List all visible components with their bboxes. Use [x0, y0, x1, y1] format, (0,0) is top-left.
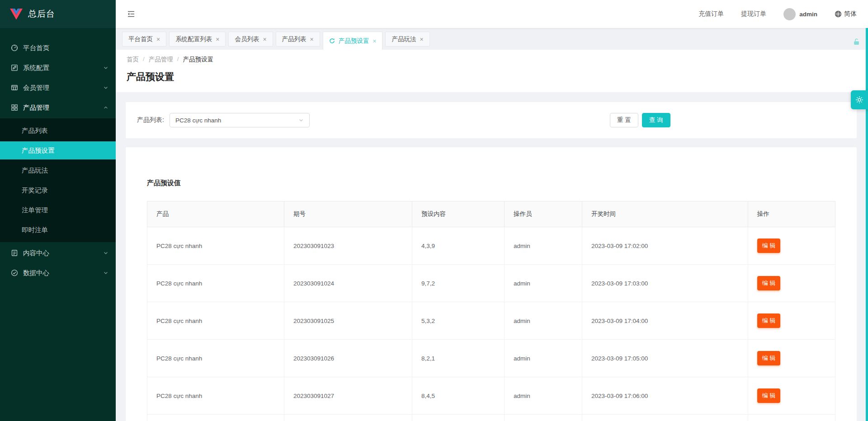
recharge-orders-link[interactable]: 充值订单 [698, 10, 724, 18]
brand-logo-icon [10, 9, 23, 20]
tab[interactable]: 会员列表 × [228, 32, 273, 47]
tab[interactable]: 产品玩法 × [385, 32, 429, 47]
topbar-right: 充值订单 提现订单 admin 简体 [698, 8, 857, 20]
filter-card: 产品列表: PC28 cực nhanh 重 置 查 询 [126, 102, 857, 138]
profile-icon [11, 249, 18, 257]
chevron-down-icon [103, 250, 108, 256]
cell-operator: admin [504, 302, 582, 340]
sidebar-menu: 平台首页 系统配置 会员管理 [0, 28, 116, 282]
edit-button[interactable]: 编 辑 [757, 388, 781, 403]
gear-icon [855, 95, 864, 104]
language-switch[interactable]: 简体 [835, 10, 857, 18]
sidebar-item-label: 会员管理 [23, 84, 49, 92]
main-area: 充值订单 提现订单 admin 简体 平台首页 × [116, 0, 868, 421]
cell-issue: 202303091026 [284, 340, 412, 377]
col-draw-time: 开奖时间 [582, 201, 748, 227]
sidebar: 总后台 平台首页 系统配置 [0, 0, 116, 421]
table-header-row: 产品 期号 预设内容 操作员 开奖时间 操作 [147, 201, 835, 227]
cell-operator: admin [504, 415, 582, 421]
edit-button[interactable]: 编 辑 [757, 351, 781, 365]
logo-row[interactable]: 总后台 [0, 0, 116, 28]
sidebar-item-platform-home[interactable]: 平台首页 [0, 39, 116, 57]
cell-action: 编 辑 [748, 265, 835, 302]
cell-action: 编 辑 [748, 227, 835, 265]
tab-bar: 平台首页 × 系统配置列表 × 会员列表 × 产品列表 × 产品预设置 × 产品… [116, 28, 868, 50]
unlock-icon[interactable] [853, 38, 860, 46]
product-select-value: PC28 cực nhanh [175, 117, 221, 124]
close-icon[interactable]: × [310, 36, 314, 42]
tab[interactable]: 产品预设置 × [323, 32, 383, 50]
cell-issue: 202303091024 [284, 265, 412, 302]
chevron-down-icon [103, 85, 108, 90]
edit-button[interactable]: 编 辑 [757, 239, 781, 253]
close-icon[interactable]: × [373, 38, 376, 44]
cell-preset: 7,4,5 [412, 415, 504, 421]
user-menu[interactable]: admin [783, 8, 817, 20]
sidebar-item-content-center[interactable]: 内容中心 [0, 244, 116, 262]
search-button[interactable]: 查 询 [642, 113, 670, 127]
edit-button[interactable]: 编 辑 [757, 276, 781, 290]
sidebar-item-product-management[interactable]: 产品管理 [0, 98, 116, 117]
breadcrumb-item: 产品预设置 [183, 56, 214, 64]
sidebar-subitem[interactable]: 产品玩法 [0, 161, 116, 179]
sidebar-subitem-label: 注单管理 [22, 206, 48, 215]
edit-button[interactable]: 编 辑 [757, 313, 781, 328]
product-select[interactable]: PC28 cực nhanh [170, 113, 310, 127]
sidebar-item-system-config[interactable]: 系统配置 [0, 59, 116, 77]
close-icon[interactable]: × [420, 36, 423, 42]
cell-product: PC28 cực nhanh [147, 377, 284, 415]
breadcrumb-separator: / [143, 56, 145, 64]
sidebar-item-data-center[interactable]: 数据中心 [0, 264, 116, 282]
preset-table: 产品 期号 预设内容 操作员 开奖时间 操作 PC28 cực nhanh 20… [147, 201, 835, 421]
refresh-icon[interactable] [329, 38, 335, 44]
topbar: 充值订单 提现订单 admin 简体 [116, 0, 868, 28]
app-window: 总后台 平台首页 系统配置 [0, 0, 868, 421]
close-icon[interactable]: × [156, 36, 160, 42]
sidebar-subitem[interactable]: 产品列表 [0, 122, 116, 140]
tab-label: 产品列表 [282, 35, 307, 43]
breadcrumb-item[interactable]: 首页 [127, 56, 139, 64]
sidebar-item-label: 数据中心 [23, 269, 49, 277]
scrollbar[interactable] [866, 28, 868, 421]
cell-preset: 8,2,1 [412, 340, 504, 377]
tab-label: 产品预设置 [339, 37, 369, 45]
cell-product: PC28 cực nhanh [147, 265, 284, 302]
product-submenu: 产品列表产品预设置产品玩法开奖记录注单管理即时注单 [0, 118, 116, 242]
col-action: 操作 [748, 201, 835, 227]
tab[interactable]: 平台首页 × [122, 32, 166, 47]
tab-label: 系统配置列表 [175, 35, 212, 43]
cell-operator: admin [504, 227, 582, 265]
breadcrumb-item[interactable]: 产品管理 [149, 56, 173, 64]
sidebar-subitem[interactable]: 即时注单 [0, 221, 116, 239]
withdraw-orders-link[interactable]: 提现订单 [741, 10, 766, 18]
menu-fold-icon[interactable] [127, 10, 135, 18]
chevron-down-icon [103, 270, 108, 276]
settings-fab[interactable] [851, 90, 868, 109]
filter-buttons: 重 置 查 询 [610, 113, 670, 127]
close-icon[interactable]: × [216, 36, 219, 42]
chevron-up-icon [103, 105, 108, 110]
sidebar-subitem[interactable]: 注单管理 [0, 201, 116, 219]
section-title: 产品预设值 [147, 179, 835, 187]
reset-button[interactable]: 重 置 [610, 113, 638, 127]
username: admin [799, 11, 817, 18]
close-icon[interactable]: × [263, 36, 266, 42]
content-area: 产品列表: PC28 cực nhanh 重 置 查 询 产品预设值 [116, 92, 868, 421]
cell-action: 编 辑 [748, 302, 835, 340]
tab[interactable]: 产品列表 × [276, 32, 320, 47]
table-row: PC28 cực nhanh 202303091025 5,3,2 admin … [147, 302, 835, 340]
sidebar-item-member-management[interactable]: 会员管理 [0, 79, 116, 97]
cell-operator: admin [504, 377, 582, 415]
sidebar-subitem[interactable]: 产品预设置 [0, 141, 116, 159]
cell-product: PC28 cực nhanh [147, 302, 284, 340]
sidebar-subitem[interactable]: 开奖记录 [0, 181, 116, 199]
title-block: 首页/产品管理/产品预设置 产品预设置 [116, 50, 868, 92]
table-row: PC28 cực nhanh 202303091027 8,4,5 admin … [147, 377, 835, 415]
cell-action: 编 辑 [748, 377, 835, 415]
avatar [783, 8, 796, 20]
sidebar-item-label: 产品管理 [23, 103, 49, 112]
page-title: 产品预设置 [127, 70, 857, 83]
tab[interactable]: 系统配置列表 × [169, 32, 226, 47]
cell-preset: 5,3,2 [412, 302, 504, 340]
cell-preset: 9,7,2 [412, 265, 504, 302]
